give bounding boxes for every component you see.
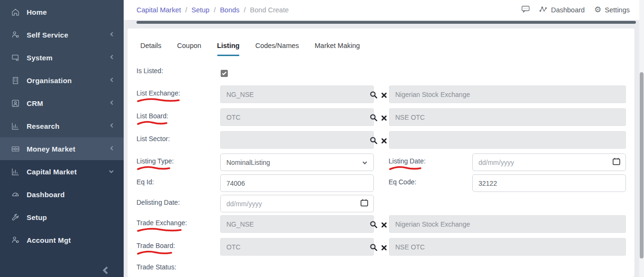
eq-code-input[interactable] xyxy=(472,174,626,192)
trade-board-search-icon[interactable] xyxy=(369,242,378,252)
user-gear-icon xyxy=(10,30,20,39)
bond-create-page: Home Self Service System Organisation CR… xyxy=(0,0,644,277)
list-sector-search-icon[interactable] xyxy=(369,135,378,145)
delisting-date-field xyxy=(220,195,374,212)
list-sector-code-input[interactable] xyxy=(220,131,374,149)
chevron-down-icon xyxy=(108,167,114,176)
list-sector-name-input[interactable] xyxy=(389,131,626,149)
bar-chart-icon xyxy=(10,121,20,131)
gauge-icon xyxy=(10,190,20,199)
sidebar-item-label: Capital Market xyxy=(27,168,77,176)
scrollbar-thumb[interactable] xyxy=(640,72,644,258)
sidebar-item-label: Dashboard xyxy=(27,191,65,199)
sidebar-item-home[interactable]: Home xyxy=(0,0,124,23)
tab-details[interactable]: Details xyxy=(140,42,161,55)
feedback-button[interactable] xyxy=(521,5,530,14)
eq-id-label: Eq Id: xyxy=(137,178,154,186)
chevron-left-icon xyxy=(109,99,114,107)
red-underline-annotation xyxy=(137,98,180,104)
eq-id-input[interactable] xyxy=(220,174,374,192)
banknote-icon xyxy=(10,144,20,153)
breadcrumb-capital-market[interactable]: Capital Market xyxy=(137,6,181,14)
dashboard-link[interactable]: Dashboard xyxy=(539,6,585,14)
list-board-code-input[interactable] xyxy=(220,108,374,126)
sidebar-item-capital-market[interactable]: Capital Market xyxy=(0,160,124,183)
trade-exchange-code-input[interactable] xyxy=(220,215,374,233)
user-gear-icon xyxy=(10,235,20,245)
sidebar-item-label: Setup xyxy=(27,213,47,221)
tab-listing[interactable]: Listing xyxy=(217,42,240,55)
settings-label: Settings xyxy=(605,6,630,14)
comment-icon xyxy=(521,5,530,14)
red-underline-annotation xyxy=(137,228,182,233)
calendar-icon[interactable] xyxy=(360,199,370,208)
red-underline-annotation xyxy=(137,121,168,126)
trade-exchange-clear-icon[interactable] xyxy=(379,220,389,229)
breadcrumb-setup[interactable]: Setup xyxy=(192,6,210,14)
listing-type-value: NominalListing xyxy=(226,159,270,166)
chevron-left-icon xyxy=(109,122,114,130)
chevron-left-icon xyxy=(109,53,114,62)
chevron-left-icon xyxy=(109,144,114,153)
list-board-name-input[interactable] xyxy=(389,108,626,126)
sidebar-item-label: Organisation xyxy=(27,76,72,85)
list-sector-clear-icon[interactable] xyxy=(379,136,389,145)
dashboard-label: Dashboard xyxy=(551,6,585,14)
trade-exchange-search-icon[interactable] xyxy=(369,220,378,229)
trade-status-label: Trade Status: xyxy=(137,263,176,271)
eq-code-label: Eq Code: xyxy=(389,178,416,186)
sidebar-item-money-market[interactable]: Money Market xyxy=(0,137,124,160)
breadcrumb-bonds[interactable]: Bonds xyxy=(220,6,239,14)
calendar-icon[interactable] xyxy=(612,157,622,167)
breadcrumb-separator: / xyxy=(244,6,246,14)
list-board-search-icon[interactable] xyxy=(369,113,378,122)
sidebar-item-organisation[interactable]: Organisation xyxy=(0,69,124,92)
wrench-icon xyxy=(10,212,20,222)
sidebar-item-label: Money Market xyxy=(27,145,75,153)
sidebar-item-self-service[interactable]: Self Service xyxy=(0,23,124,46)
listing-date-field xyxy=(472,153,626,171)
list-exchange-code-input[interactable] xyxy=(220,86,374,103)
breadcrumb-separator: / xyxy=(214,6,215,14)
vertical-scrollbar[interactable] xyxy=(639,0,644,277)
sidebar-item-label: Home xyxy=(27,8,47,16)
list-board-clear-icon[interactable] xyxy=(379,113,389,123)
list-board-label: List Board: xyxy=(137,112,168,120)
sidebar: Home Self Service System Organisation CR… xyxy=(0,0,124,277)
trade-board-code-input[interactable] xyxy=(220,238,374,256)
is-listed-checkbox[interactable] xyxy=(221,70,228,77)
sidebar-item-crm[interactable]: CRM xyxy=(0,92,124,115)
sidebar-item-account-mgt[interactable]: Account Mgt xyxy=(0,229,124,251)
list-exchange-name-input[interactable] xyxy=(389,86,626,103)
sidebar-item-system[interactable]: System xyxy=(0,46,124,69)
bond-create-card: Details Coupon Listing Codes/Names Marke… xyxy=(127,29,634,277)
delisting-date-input[interactable] xyxy=(220,195,374,212)
listing-date-input[interactable] xyxy=(472,153,626,171)
sidebar-item-research[interactable]: Research xyxy=(0,115,124,137)
breadcrumb-current: Bond Create xyxy=(250,6,289,14)
sidebar-collapse-icon[interactable] xyxy=(102,266,117,276)
sidebar-item-setup[interactable]: Setup xyxy=(0,206,124,229)
tab-market-making[interactable]: Market Making xyxy=(315,42,360,55)
red-underline-annotation xyxy=(389,166,422,172)
trade-board-clear-icon[interactable] xyxy=(379,243,389,252)
home-icon xyxy=(10,7,20,17)
tab-codes-names[interactable]: Codes/Names xyxy=(255,42,299,55)
trade-exchange-name-input[interactable] xyxy=(389,215,626,233)
building-icon xyxy=(10,76,20,85)
list-sector-label: List Sector: xyxy=(137,135,170,143)
topbar-actions: Dashboard ⚙ Settings xyxy=(521,5,630,14)
listing-type-select[interactable]: NominalListing xyxy=(220,153,374,171)
sidebar-item-dashboard[interactable]: Dashboard xyxy=(0,183,124,206)
sidebar-item-label: Research xyxy=(27,122,59,130)
list-exchange-label: List Exchange: xyxy=(137,89,180,97)
trade-board-name-input[interactable] xyxy=(389,238,626,256)
sidebar-item-label: CRM xyxy=(27,99,43,107)
trade-exchange-label: Trade Exchange: xyxy=(137,219,187,227)
activity-icon xyxy=(539,6,547,14)
tab-coupon[interactable]: Coupon xyxy=(177,42,201,55)
chevron-left-icon xyxy=(109,76,114,85)
list-exchange-clear-icon[interactable] xyxy=(379,90,389,100)
list-exchange-search-icon[interactable] xyxy=(369,90,378,99)
settings-link[interactable]: ⚙ Settings xyxy=(594,6,630,14)
